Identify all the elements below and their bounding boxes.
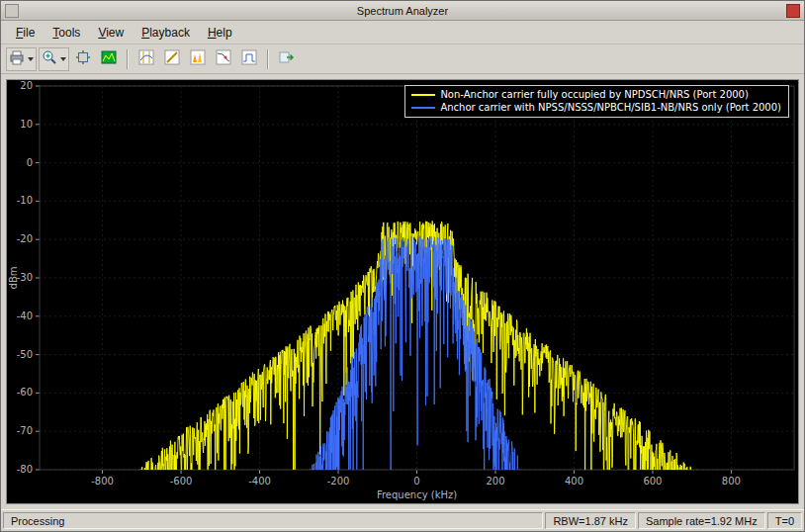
playback-export-button[interactable] bbox=[275, 47, 299, 71]
menu-bar: File Tools View Playback Help bbox=[1, 21, 804, 44]
spectrum-analyzer-window: Spectrum Analyzer File Tools View Playba… bbox=[0, 0, 805, 532]
menu-help[interactable]: Help bbox=[199, 23, 241, 43]
svg-text:0: 0 bbox=[27, 157, 33, 168]
menu-view[interactable]: View bbox=[89, 23, 133, 43]
svg-text:800: 800 bbox=[722, 476, 741, 487]
dropdown-caret-icon bbox=[28, 57, 34, 61]
window-title: Spectrum Analyzer bbox=[23, 5, 782, 17]
svg-text:-800: -800 bbox=[91, 476, 114, 487]
peak-finder-icon bbox=[190, 49, 206, 68]
legend-item-nonanchor[interactable]: Non-Anchor carrier fully occupied by NPD… bbox=[411, 88, 781, 101]
status-rbw: RBW=1.87 kHz bbox=[545, 512, 636, 529]
spectrum-plot[interactable]: -800-600-400-200020040060080020100-10-20… bbox=[6, 79, 799, 504]
plot-region: -800-600-400-200020040060080020100-10-20… bbox=[1, 74, 804, 509]
svg-text:400: 400 bbox=[565, 476, 583, 487]
svg-text:200: 200 bbox=[486, 476, 504, 487]
status-bar: Processing RBW=1.87 kHz Sample rate=1.92… bbox=[1, 509, 804, 531]
spectral-mask-button[interactable] bbox=[237, 47, 261, 71]
peak-finder-button[interactable] bbox=[186, 47, 210, 71]
fit-to-view-icon bbox=[75, 49, 91, 68]
fit-to-view-button[interactable] bbox=[71, 47, 95, 71]
legend-line-swatch-blue bbox=[411, 107, 435, 109]
svg-text:-400: -400 bbox=[248, 476, 271, 487]
svg-text:-200: -200 bbox=[327, 476, 350, 487]
svg-text:-10: -10 bbox=[17, 195, 33, 206]
window-menu-button[interactable] bbox=[5, 4, 19, 18]
svg-text:0: 0 bbox=[413, 476, 419, 487]
svg-text:10: 10 bbox=[20, 119, 33, 130]
svg-text:-70: -70 bbox=[17, 425, 33, 436]
cursor-measurements-icon bbox=[138, 49, 154, 68]
legend-label: Non-Anchor carrier fully occupied by NPD… bbox=[440, 89, 749, 100]
svg-text:-50: -50 bbox=[17, 349, 33, 360]
spectral-mask-icon bbox=[241, 49, 257, 68]
zoom-button[interactable] bbox=[39, 47, 69, 71]
spectrum-canvas[interactable]: -800-600-400-200020040060080020100-10-20… bbox=[7, 80, 799, 504]
ccdf-measurements-button[interactable] bbox=[212, 47, 235, 71]
svg-text:-30: -30 bbox=[17, 272, 33, 283]
toolbar-separator bbox=[267, 49, 269, 69]
menu-file[interactable]: File bbox=[7, 23, 44, 43]
status-time: T=0 bbox=[767, 512, 802, 529]
svg-text:600: 600 bbox=[643, 476, 662, 487]
status-sample-rate: Sample rate=1.92 MHz bbox=[638, 512, 765, 529]
signal-statistics-icon bbox=[164, 49, 180, 68]
playback-export-icon bbox=[279, 49, 295, 68]
legend[interactable]: Non-Anchor carrier fully occupied by NPD… bbox=[404, 85, 789, 118]
printer-icon bbox=[9, 49, 25, 68]
svg-text:-40: -40 bbox=[17, 310, 33, 321]
spectrum-settings-button[interactable] bbox=[97, 47, 121, 71]
zoom-in-icon bbox=[42, 49, 57, 68]
svg-text:-60: -60 bbox=[17, 387, 33, 398]
print-button[interactable] bbox=[6, 47, 37, 71]
close-button[interactable] bbox=[786, 4, 800, 18]
svg-text:Frequency (kHz): Frequency (kHz) bbox=[377, 489, 457, 500]
menu-playback[interactable]: Playback bbox=[133, 23, 199, 43]
cursor-measurements-button[interactable] bbox=[134, 47, 158, 71]
menu-tools[interactable]: Tools bbox=[44, 23, 89, 43]
status-processing: Processing bbox=[3, 512, 543, 529]
svg-text:-600: -600 bbox=[170, 476, 193, 487]
legend-item-anchor[interactable]: Anchor carrier with NPSS/NSSS/NPBCH/SIB1… bbox=[411, 101, 781, 114]
svg-text:-80: -80 bbox=[17, 464, 33, 475]
signal-statistics-button[interactable] bbox=[160, 47, 184, 71]
spectrum-settings-icon bbox=[101, 49, 117, 68]
ccdf-icon bbox=[216, 49, 231, 68]
dropdown-caret-icon bbox=[60, 57, 66, 61]
legend-line-swatch-yellow bbox=[411, 94, 435, 96]
toolbar bbox=[1, 44, 804, 74]
toolbar-separator bbox=[127, 49, 129, 69]
svg-text:20: 20 bbox=[20, 80, 33, 91]
legend-label: Anchor carrier with NPSS/NSSS/NPBCH/SIB1… bbox=[440, 102, 781, 113]
svg-text:-20: -20 bbox=[17, 233, 33, 244]
title-bar[interactable]: Spectrum Analyzer bbox=[1, 1, 804, 21]
svg-text:dBm: dBm bbox=[8, 267, 19, 290]
